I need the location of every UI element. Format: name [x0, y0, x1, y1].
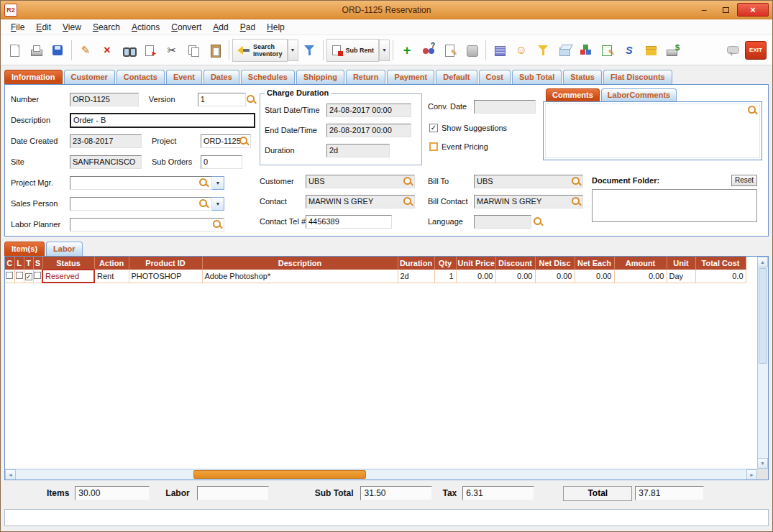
project-mgr-field[interactable]	[70, 176, 212, 190]
conv-date-field[interactable]	[474, 100, 536, 114]
tab-sub-total[interactable]: Sub Total	[512, 70, 562, 84]
menu-file[interactable]: File	[5, 20, 30, 35]
edit-button[interactable]: ✎	[75, 39, 96, 62]
tab-labor-comments[interactable]: LaborComments	[601, 88, 677, 101]
contact-field[interactable]: MARWIN S GREY	[306, 195, 415, 208]
event-pricing-checkbox[interactable]	[429, 142, 438, 151]
vertical-scroll-thumb[interactable]	[759, 268, 767, 364]
tab-items[interactable]: Item(s)	[4, 242, 45, 256]
feedback-button[interactable]: ☺	[511, 39, 532, 62]
assemblies-button[interactable]	[575, 39, 597, 62]
notes-button[interactable]	[439, 39, 461, 62]
search-icon[interactable]	[246, 94, 257, 105]
search-icon[interactable]	[403, 196, 413, 207]
search-inventory-dropdown[interactable]: ▼	[288, 40, 298, 61]
export-button[interactable]: S	[618, 39, 640, 62]
tab-return[interactable]: Return	[346, 70, 385, 84]
row-checkbox-c[interactable]	[6, 272, 13, 279]
sales-person-field[interactable]	[70, 197, 212, 211]
sub-rent-button[interactable]: Sub Rent	[326, 39, 380, 62]
print-forms-button[interactable]	[489, 39, 511, 62]
print-invoice-button[interactable]	[662, 39, 683, 62]
tab-customer[interactable]: Customer	[64, 70, 115, 84]
column-header-description[interactable]: Description	[202, 257, 398, 270]
tab-shipping[interactable]: Shipping	[296, 70, 344, 84]
tab-default[interactable]: Default	[436, 70, 477, 84]
bill-contact-field[interactable]: MARWIN S GREY	[474, 195, 583, 208]
column-header-product-id[interactable]: Product ID	[129, 257, 202, 270]
labor-planner-field[interactable]	[70, 218, 224, 231]
column-header-total-cost[interactable]: Total Cost	[695, 257, 746, 270]
menu-search[interactable]: Search	[87, 20, 126, 35]
date-created-field[interactable]: 23-08-2017	[70, 134, 142, 148]
menu-help[interactable]: Help	[261, 20, 291, 35]
reset-button[interactable]: Reset	[731, 175, 757, 186]
column-header-amount[interactable]: Amount	[614, 257, 667, 270]
tab-event[interactable]: Event	[166, 70, 202, 84]
search-icon[interactable]	[239, 136, 250, 147]
horizontal-scroll-thumb[interactable]	[193, 470, 367, 479]
pad-button[interactable]	[461, 39, 482, 62]
search-icon[interactable]	[212, 219, 223, 230]
version-field[interactable]: 1	[198, 93, 246, 106]
column-header-unit-price[interactable]: Unit Price	[456, 257, 495, 270]
language-field[interactable]	[474, 215, 531, 229]
scroll-left-button[interactable]: ◄	[5, 469, 16, 480]
number-field[interactable]: ORD-1125	[70, 93, 139, 106]
fill-button[interactable]	[298, 39, 320, 62]
column-header-c[interactable]: C	[5, 257, 14, 270]
sub-rent-dropdown[interactable]: ▼	[379, 40, 390, 61]
column-header-net-each[interactable]: Net Each	[575, 257, 614, 270]
column-header-t[interactable]: T	[24, 257, 33, 270]
delete-button[interactable]: ×	[96, 39, 118, 62]
menu-actions[interactable]: Actions	[126, 20, 165, 35]
search-icon[interactable]	[198, 178, 209, 188]
search-icon[interactable]	[198, 198, 209, 209]
column-header-discount[interactable]: Discount	[495, 257, 535, 270]
contact-tel-field[interactable]: 4456389	[306, 215, 392, 229]
search-inventory-button[interactable]: SearchInventory	[232, 39, 288, 62]
document-folder-box[interactable]	[592, 189, 757, 222]
sales-person-dropdown[interactable]: ▼	[212, 197, 224, 211]
exit-button[interactable]: EXIT	[745, 41, 767, 60]
project-mgr-dropdown[interactable]: ▼	[212, 176, 224, 190]
tab-payment[interactable]: Payment	[387, 70, 434, 84]
package-button[interactable]	[554, 39, 575, 62]
worksheet-button[interactable]	[597, 39, 618, 62]
column-header-action[interactable]: Action	[94, 257, 129, 270]
comment-button[interactable]	[722, 39, 744, 62]
close-button[interactable]: ×	[737, 3, 769, 17]
table-row[interactable]: ✓ Reserved Rent PHOTOSHOP Adobe Photosho…	[5, 270, 746, 283]
search-icon[interactable]	[747, 105, 758, 116]
search-icon[interactable]	[533, 216, 544, 227]
column-header-unit[interactable]: Unit	[667, 257, 695, 270]
comments-textarea[interactable]	[543, 101, 762, 160]
bill-to-field[interactable]: UBS	[474, 175, 583, 188]
tab-schedules[interactable]: Schedules	[241, 70, 295, 84]
column-header-status[interactable]: Status	[42, 257, 94, 270]
duration-field[interactable]: 2d	[326, 144, 390, 157]
tab-information[interactable]: Information	[4, 70, 63, 84]
filter-button[interactable]	[532, 39, 554, 62]
tab-status[interactable]: Status	[563, 70, 602, 84]
new-button[interactable]	[4, 39, 25, 62]
maximize-button[interactable]	[715, 3, 736, 17]
site-field[interactable]: SANFRANCISCO	[70, 155, 142, 169]
menu-convert[interactable]: Convert	[165, 20, 207, 35]
search-icon[interactable]	[571, 196, 582, 207]
tab-cost[interactable]: Cost	[479, 70, 511, 84]
horizontal-scrollbar[interactable]: ◄ ►	[5, 469, 757, 480]
menu-add[interactable]: Add	[207, 20, 234, 35]
add-item-button[interactable]: +	[396, 39, 418, 62]
column-header-s[interactable]: S	[33, 257, 42, 270]
menu-pad[interactable]: Pad	[234, 20, 261, 35]
copy-button[interactable]	[183, 39, 204, 62]
tab-labor[interactable]: Labor	[46, 242, 83, 256]
minimize-button[interactable]: –	[694, 3, 714, 17]
save-button[interactable]	[47, 39, 68, 62]
column-header-l[interactable]: L	[14, 257, 24, 270]
scroll-up-button[interactable]: ▲	[757, 257, 768, 267]
scroll-right-button[interactable]: ►	[746, 469, 757, 480]
show-suggestions-checkbox[interactable]: ✓	[429, 124, 438, 132]
menu-view[interactable]: View	[57, 20, 87, 35]
